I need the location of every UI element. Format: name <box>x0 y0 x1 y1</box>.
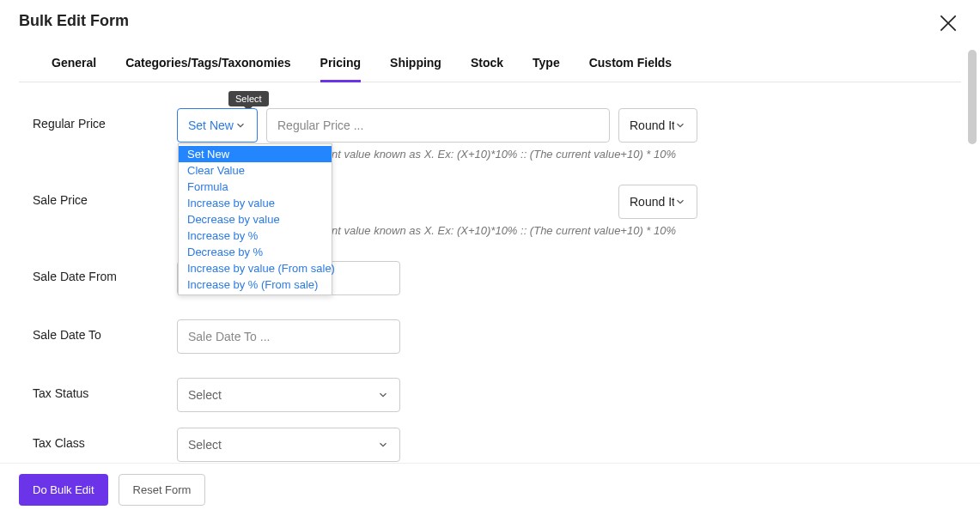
close-button[interactable] <box>937 12 959 34</box>
sale-date-to-input[interactable]: Sale Date To ... <box>177 319 400 354</box>
sale-date-to-placeholder: Sale Date To ... <box>188 330 270 343</box>
select-tooltip: Select <box>228 91 269 106</box>
label-sale-date-to: Sale Date To <box>33 319 177 342</box>
dd-option-increase-value[interactable]: Increase by value <box>179 195 332 211</box>
tab-general[interactable]: General <box>52 47 96 82</box>
chevron-down-icon <box>234 119 247 131</box>
modal-title: Bulk Edit Form <box>0 0 980 39</box>
dd-option-increase-value-from-sale[interactable]: Increase by value (From sale) <box>179 260 332 276</box>
regular-price-operation-select[interactable]: Set New Set New Clear Value Formula Incr… <box>177 108 258 143</box>
row-sale-price: Sale Price Round Item nt value known as … <box>33 185 932 237</box>
tax-status-value: Select <box>188 388 222 402</box>
dd-option-decrease-value[interactable]: Decrease by value <box>179 211 332 228</box>
label-sale-price: Sale Price <box>33 185 177 207</box>
scroll-thumb[interactable] <box>968 50 977 144</box>
tab-shipping[interactable]: Shipping <box>390 47 441 82</box>
tab-categories[interactable]: Categories/Tags/Taxonomies <box>125 47 290 82</box>
tax-status-select[interactable]: Select <box>177 378 400 412</box>
chevron-down-icon <box>377 389 389 401</box>
modal-footer: Do Bulk Edit Reset Form <box>0 463 980 516</box>
reset-form-button[interactable]: Reset Form <box>119 474 206 506</box>
sale-price-round-value: Round Item <box>630 195 674 209</box>
dd-option-clear-value[interactable]: Clear Value <box>179 162 332 179</box>
tab-custom-fields[interactable]: Custom Fields <box>589 47 672 82</box>
regular-price-round-value: Round Item <box>630 118 674 132</box>
tab-stock[interactable]: Stock <box>471 47 503 82</box>
vertical-scrollbar[interactable] <box>968 50 977 463</box>
row-tax-class: Tax Class Select <box>33 428 932 462</box>
chevron-down-icon <box>674 119 686 131</box>
tax-class-select[interactable]: Select <box>177 428 400 462</box>
row-sale-date-to: Sale Date To Sale Date To ... <box>33 319 932 354</box>
row-tax-status: Tax Status Select <box>33 378 932 412</box>
tab-bar: General Categories/Tags/Taxonomies Prici… <box>19 47 961 82</box>
regular-price-round-select[interactable]: Round Item <box>618 108 697 143</box>
tab-type[interactable]: Type <box>533 47 560 82</box>
bulk-edit-modal: Bulk Edit Form General Categories/Tags/T… <box>0 0 980 516</box>
chevron-down-icon <box>674 196 686 208</box>
label-tax-class: Tax Class <box>33 428 177 450</box>
regular-price-input[interactable]: Regular Price ... <box>266 108 610 143</box>
dd-option-increase-percent-from-sale[interactable]: Increase by % (From sale) <box>179 276 332 293</box>
row-regular-price: Select Regular Price Set New Set New Cle… <box>33 108 932 161</box>
label-tax-status: Tax Status <box>33 378 177 400</box>
form-body: Select Regular Price Set New Set New Cle… <box>0 88 965 463</box>
regular-price-placeholder: Regular Price ... <box>277 118 363 132</box>
do-bulk-edit-button[interactable]: Do Bulk Edit <box>19 474 108 506</box>
regular-price-operation-value: Set New <box>188 118 234 132</box>
tab-pricing[interactable]: Pricing <box>320 47 361 82</box>
dd-option-set-new[interactable]: Set New <box>179 146 332 162</box>
close-icon <box>937 12 959 34</box>
dd-option-decrease-percent[interactable]: Decrease by % <box>179 244 332 260</box>
dd-option-formula[interactable]: Formula <box>179 179 332 195</box>
dd-option-increase-percent[interactable]: Increase by % <box>179 228 332 244</box>
label-regular-price: Regular Price <box>33 108 177 131</box>
row-sale-date-from: Sale Date From <box>33 261 932 295</box>
operation-dropdown: Set New Clear Value Formula Increase by … <box>178 143 332 295</box>
sale-price-round-select[interactable]: Round Item <box>618 185 697 219</box>
label-sale-date-from: Sale Date From <box>33 261 177 283</box>
chevron-down-icon <box>377 439 389 451</box>
tax-class-value: Select <box>188 438 222 452</box>
